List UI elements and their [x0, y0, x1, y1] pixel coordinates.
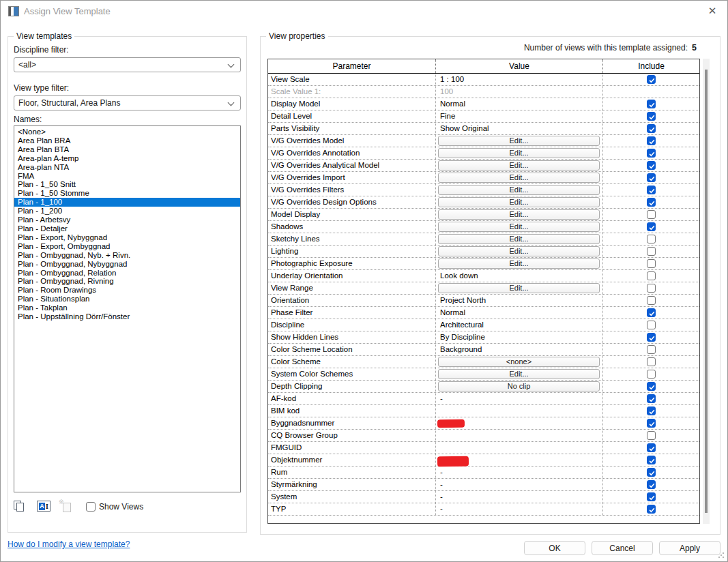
value-button[interactable]: Edit...	[438, 185, 600, 195]
view-type-filter-select[interactable]: Floor, Structural, Area Plans	[14, 95, 241, 110]
list-item[interactable]: Plan - 1_50 Stomme	[14, 189, 240, 198]
include-checkbox[interactable]	[647, 308, 656, 317]
show-views-checkbox[interactable]	[86, 502, 96, 512]
value-button[interactable]: Edit...	[438, 258, 600, 269]
value-cell[interactable]: No clip	[436, 381, 603, 392]
value-cell[interactable]: Edit...	[436, 209, 603, 220]
value-button[interactable]: Edit...	[438, 209, 600, 220]
value-button[interactable]: Edit...	[438, 246, 600, 256]
value-cell[interactable]: Architectural	[436, 319, 603, 331]
value-cell[interactable]: Edit...	[436, 258, 603, 269]
include-checkbox[interactable]	[647, 235, 656, 243]
duplicate-template-icon[interactable]	[14, 501, 29, 514]
include-checkbox[interactable]	[647, 296, 656, 305]
list-item[interactable]: <None>	[14, 128, 240, 136]
value-button[interactable]: Edit...	[438, 222, 600, 232]
include-checkbox[interactable]	[647, 357, 656, 366]
value-button[interactable]: Edit...	[438, 148, 600, 158]
value-cell[interactable]	[436, 405, 603, 417]
list-item[interactable]: Plan - Room Drawings	[14, 286, 240, 295]
include-checkbox[interactable]	[647, 394, 656, 403]
value-button[interactable]: Edit...	[438, 173, 600, 183]
value-button[interactable]: <none>	[438, 357, 600, 367]
value-cell[interactable]: -	[436, 479, 603, 490]
value-cell[interactable]: By Discipline	[436, 331, 603, 343]
discipline-filter-select[interactable]: <all>	[14, 57, 241, 72]
include-checkbox[interactable]	[647, 198, 656, 207]
value-cell[interactable]: Fine	[436, 110, 603, 122]
value-button[interactable]: Edit...	[438, 369, 600, 379]
value-cell[interactable]: Edit...	[436, 147, 603, 159]
list-item[interactable]: Plan - 1_50 Snitt	[14, 180, 240, 189]
include-checkbox[interactable]	[647, 505, 656, 514]
list-item[interactable]: FMA	[14, 172, 240, 181]
value-cell[interactable]: Edit...	[436, 368, 603, 380]
value-cell[interactable]: Normal	[436, 98, 603, 110]
value-cell[interactable]: Normal	[436, 307, 603, 319]
include-checkbox[interactable]	[647, 186, 656, 194]
value-cell[interactable]: -	[436, 393, 603, 404]
list-item[interactable]: Area Plan BTA	[14, 145, 240, 154]
value-cell[interactable]: 100	[436, 86, 603, 98]
value-cell[interactable]: -	[436, 491, 603, 503]
value-cell[interactable]: <none>	[436, 356, 603, 368]
list-item[interactable]: Plan - Ombyggnad, Rivning	[14, 277, 240, 286]
value-cell[interactable]: Edit...	[436, 221, 603, 233]
value-cell[interactable]	[436, 417, 603, 429]
include-checkbox[interactable]	[647, 161, 656, 170]
value-button[interactable]: Edit...	[438, 160, 600, 171]
value-cell[interactable]: 1 : 100	[436, 74, 603, 85]
delete-template-icon-disabled[interactable]: ※	[59, 501, 74, 514]
include-checkbox[interactable]	[647, 431, 656, 440]
value-cell[interactable]: Edit...	[436, 196, 603, 208]
apply-button[interactable]: Apply	[659, 541, 720, 555]
include-checkbox[interactable]	[647, 136, 656, 145]
list-item[interactable]: Plan - 1_200	[14, 207, 240, 216]
include-checkbox[interactable]	[647, 492, 656, 501]
value-cell[interactable]	[436, 430, 603, 441]
include-checkbox[interactable]	[647, 345, 656, 354]
column-header-value[interactable]: Value	[436, 59, 603, 73]
include-checkbox[interactable]	[647, 284, 656, 293]
list-item[interactable]: Plan - Takplan	[14, 304, 240, 312]
list-item[interactable]: Plan - Export, Ombyggnad	[14, 242, 240, 251]
value-cell[interactable]: Edit...	[436, 233, 603, 245]
include-checkbox[interactable]	[647, 259, 656, 268]
value-button[interactable]: Edit...	[438, 197, 600, 207]
value-cell[interactable]: Show Original	[436, 123, 603, 134]
include-checkbox[interactable]	[647, 456, 656, 464]
value-cell[interactable]	[436, 442, 603, 454]
close-icon[interactable]: ✕	[705, 4, 719, 18]
value-cell[interactable]: Project North	[436, 295, 603, 306]
list-item[interactable]: Plan - Uppställning Dörr/Fönster	[14, 312, 240, 321]
include-checkbox[interactable]	[647, 247, 656, 256]
value-button[interactable]: Edit...	[438, 283, 600, 293]
list-item[interactable]: Area-plan A-temp	[14, 154, 240, 163]
include-checkbox[interactable]	[647, 419, 656, 428]
list-item[interactable]: Area Plan BRA	[14, 136, 240, 145]
table-scrollbar-thumb[interactable]	[705, 70, 708, 513]
value-button[interactable]: No clip	[438, 381, 600, 391]
value-cell[interactable]: Background	[436, 344, 603, 355]
value-cell[interactable]: Edit...	[436, 160, 603, 171]
list-item[interactable]: Area-plan NTA	[14, 163, 240, 172]
list-item[interactable]: Plan - Ombyggnad, Relation	[14, 269, 240, 278]
include-checkbox[interactable]	[647, 321, 656, 329]
list-item[interactable]: Plan - Ombyggnad, Nyb. + Rivn.	[14, 251, 240, 260]
value-cell[interactable]: Look down	[436, 270, 603, 282]
include-checkbox[interactable]	[647, 480, 656, 489]
include-checkbox[interactable]	[647, 100, 656, 108]
include-checkbox[interactable]	[647, 271, 656, 280]
list-item[interactable]: Plan - Situationsplan	[14, 295, 240, 304]
list-item[interactable]: Plan - 1_100	[14, 198, 240, 207]
column-header-parameter[interactable]: Parameter	[268, 59, 436, 73]
table-scrollbar-track[interactable]	[703, 59, 710, 524]
include-checkbox[interactable]	[647, 210, 656, 219]
value-cell[interactable]: -	[436, 503, 603, 515]
value-cell[interactable]	[436, 454, 603, 466]
value-cell[interactable]: -	[436, 467, 603, 478]
include-checkbox[interactable]	[647, 124, 656, 133]
list-item[interactable]: Plan - Arbetsvy	[14, 216, 240, 224]
column-header-include[interactable]: Include	[603, 59, 699, 73]
list-item[interactable]: Plan - Detaljer	[14, 224, 240, 233]
